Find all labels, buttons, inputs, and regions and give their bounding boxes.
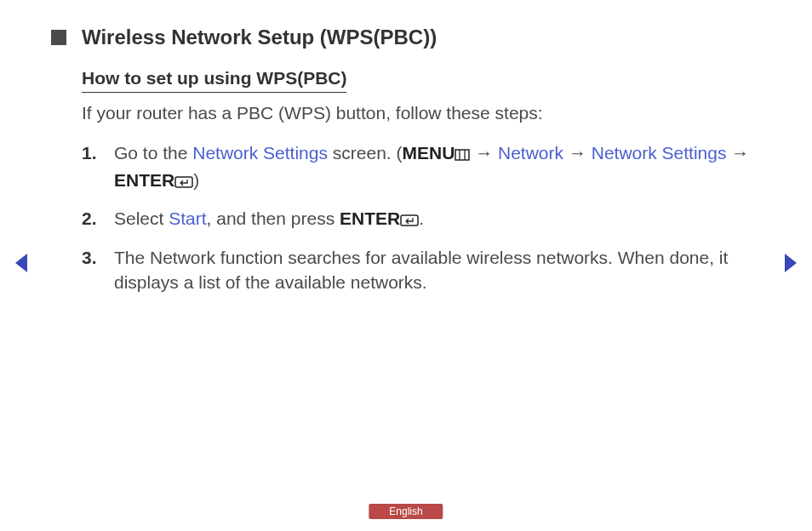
step-1-arrow-3: → (726, 143, 749, 163)
svg-rect-3 (175, 177, 192, 187)
enter-icon (400, 208, 419, 232)
step-1-menu-label: MENU (403, 143, 455, 163)
steps-list: Go to the Network Settings screen. (MENU… (82, 140, 761, 294)
step-2-text-a: Select (114, 208, 169, 228)
step-1-arrow-1: → (470, 143, 498, 163)
svg-marker-6 (785, 254, 797, 272)
step-3-text: The Network function searches for availa… (114, 248, 728, 292)
enter-icon (174, 169, 193, 194)
step-2-link-start: Start (169, 208, 206, 228)
step-2-enter-label: ENTER (340, 208, 400, 228)
title-row: Wireless Network Setup (WPS(PBC)) (51, 26, 761, 49)
svg-rect-0 (455, 150, 469, 160)
step-1-text-c: ) (193, 170, 199, 190)
step-2-text-c: . (419, 208, 424, 228)
page-title: Wireless Network Setup (WPS(PBC)) (82, 26, 437, 49)
step-1-link-network: Network (498, 143, 563, 163)
section-body: How to set up using WPS(PBC) If your rou… (82, 68, 761, 294)
step-1-link-network-settings-2: Network Settings (592, 143, 727, 163)
chevron-left-icon (12, 252, 29, 274)
svg-rect-4 (401, 215, 418, 226)
menu-icon (455, 142, 470, 167)
svg-marker-5 (15, 254, 27, 272)
chevron-right-icon (783, 252, 800, 274)
step-1: Go to the Network Settings screen. (MENU… (82, 140, 761, 194)
step-1-text-a: Go to the (114, 143, 192, 163)
step-3: The Network function searches for availa… (82, 245, 761, 295)
subtitle: How to set up using WPS(PBC) (82, 68, 346, 93)
step-1-enter-label: ENTER (114, 170, 174, 190)
step-1-text-b: screen. ( (328, 143, 403, 163)
step-1-arrow-2: → (563, 143, 592, 163)
step-2-text-b: , and then press (207, 208, 340, 228)
prev-page-button[interactable] (12, 252, 29, 274)
language-badge: English (369, 504, 443, 519)
next-page-button[interactable] (783, 252, 800, 274)
step-2: Select Start, and then press ENTER. (82, 206, 761, 232)
bullet-square-icon (51, 30, 66, 45)
step-1-link-network-settings: Network Settings (192, 143, 328, 163)
intro-text: If your router has a PBC (WPS) button, f… (82, 101, 761, 125)
page-content: Wireless Network Setup (WPS(PBC)) How to… (0, 0, 812, 294)
